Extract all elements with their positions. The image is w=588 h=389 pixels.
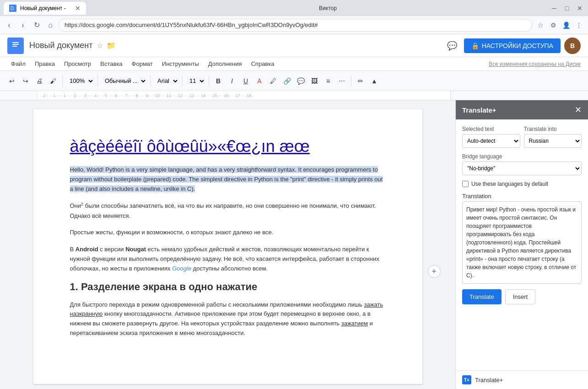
translation-text[interactable]: Привет мир! Python - очень простой язык … (462, 201, 582, 284)
menu-bar: Файл Правка Просмотр Вставка Формат Инст… (0, 57, 588, 71)
share-button[interactable]: 🔒 НАСТРОЙКИ ДОСТУПА (464, 38, 561, 53)
selected-text-label: Selected text (462, 126, 520, 132)
translate-into-col: Translate into Russian English French (524, 126, 582, 148)
font-select[interactable]: Arial (153, 75, 179, 87)
extensions-icon[interactable]: ⚙ (548, 20, 559, 31)
insert-button[interactable]: Insert (505, 289, 536, 304)
tab-favicon: D (9, 5, 16, 12)
reload-button[interactable]: ↻ (31, 20, 42, 31)
translate-into-select[interactable]: Russian English French (524, 134, 582, 148)
highlight-button[interactable]: 🖊 (267, 74, 280, 88)
footer-logo: T+ (462, 375, 471, 384)
panel-header: Translate+ ✕ (456, 100, 588, 119)
tab-close-button[interactable]: ✕ (75, 5, 81, 12)
more-button[interactable]: ⋯ (335, 74, 348, 88)
bridge-label: Bridge language (462, 153, 582, 160)
minimize-button[interactable]: ─ (550, 4, 559, 13)
selected-text-select[interactable]: Auto-detect English Russian (462, 134, 520, 148)
bridge-select[interactable]: "No-bridge" English (462, 162, 582, 175)
size-select[interactable]: 11 (185, 75, 206, 87)
close-button[interactable]: ✕ (575, 4, 584, 13)
separator-5 (209, 76, 209, 86)
separator-4 (182, 76, 183, 86)
paragraph-3: В Android с версии Nougat есть немало уд… (70, 245, 386, 273)
tab-title: Новый документ - (20, 5, 66, 11)
bookmark-icon[interactable]: ☆ (535, 20, 546, 31)
undo-button[interactable]: ↩ (5, 74, 18, 88)
browser-tab[interactable]: D Новый документ - ✕ (4, 2, 86, 15)
separator-6 (351, 76, 351, 86)
translate-button[interactable]: Translate (462, 289, 502, 304)
docs-title[interactable]: Новый документ (29, 41, 93, 50)
heading-1: 1. Разделение экрана в одно нажатие (70, 281, 386, 293)
footer-text: Translate+ (475, 377, 503, 384)
docs-header-right: 💬 🔒 НАСТРОЙКИ ДОСТУПА В (444, 38, 581, 54)
docs-logo (7, 38, 24, 54)
menu-insert[interactable]: Вставка (97, 59, 126, 69)
comments-button[interactable]: 💬 (444, 38, 460, 54)
paint-format-button[interactable]: 🖌 (47, 74, 59, 88)
nougat-text: Nougat (125, 246, 146, 253)
panel-footer: T+ Translate+ (456, 370, 588, 389)
forward-button[interactable]: › (17, 20, 28, 31)
menu-tools[interactable]: Инструменты (158, 59, 203, 69)
android-text: Android (76, 246, 98, 253)
style-select[interactable]: Обычный ... (101, 75, 147, 87)
zoom-select[interactable]: 100% (65, 75, 95, 87)
bridge-section: Bridge language "No-bridge" English (462, 153, 582, 175)
user-icon[interactable]: 👤 (561, 20, 572, 31)
print-button[interactable]: 🖨 (33, 74, 46, 88)
ruler: · 2 · · · 1 · · · 1 · · · 2 · · · 3 · · … (0, 91, 588, 100)
menu-view[interactable]: Просмотр (60, 59, 95, 69)
italic-button[interactable]: I (226, 74, 238, 88)
save-status: Все изменения сохранены на Диске (489, 61, 581, 67)
separator-2 (97, 76, 98, 86)
panel-close-button[interactable]: ✕ (575, 105, 582, 115)
default-languages-checkbox[interactable] (462, 181, 469, 187)
menu-help[interactable]: Справка (247, 59, 278, 69)
new-tab-button[interactable] (92, 4, 110, 13)
user-name: Виктор (319, 5, 340, 11)
add-comment-button[interactable]: + (428, 265, 441, 278)
paragraph3-mid: с версии (98, 246, 126, 253)
expand-button[interactable]: ▲ (368, 74, 381, 88)
browser-toolbar-icons: ☆ ⚙ 👤 ⋮ (535, 20, 584, 31)
align-button[interactable]: ≡ (322, 74, 334, 88)
translate-panel: Translate+ ✕ Selected text Auto-detect E… (455, 100, 588, 389)
star-icon[interactable]: ☆ (97, 41, 103, 50)
panel-action-buttons: Translate Insert (462, 289, 582, 304)
checkbox-label: Use these languages by default (471, 181, 548, 187)
menu-file[interactable]: Файл (7, 59, 29, 69)
superscript-2: 2 (81, 202, 83, 206)
menu-format[interactable]: Формат (128, 59, 156, 69)
document-area[interactable]: àâçèéêëîï ôôùœûü»«€œ¿ın æœ Hello, World!… (0, 100, 455, 389)
svg-text:D: D (11, 6, 14, 11)
home-button[interactable]: ⌂ (45, 20, 56, 31)
user-avatar[interactable]: В (564, 38, 581, 54)
insert-comment-button[interactable]: 💬 (294, 74, 307, 88)
address-input[interactable] (59, 19, 532, 32)
more-icon[interactable]: ⋮ (573, 20, 584, 31)
panel-title: Translate+ (462, 106, 496, 114)
translation-section: Translation Привет мир! Python - очень п… (462, 193, 582, 284)
highlighted-paragraph-wrapper[interactable]: Hello, World! Python is a very simple la… (70, 165, 386, 194)
maximize-button[interactable]: □ (562, 4, 572, 13)
menu-edit[interactable]: Правка (31, 59, 59, 69)
chrome-title-bar: D Новый документ - ✕ Виктор ─ □ ✕ (0, 0, 588, 16)
brush-button[interactable]: ✏ (354, 74, 367, 88)
paragraph3-final: доступны абсолютно всем. (191, 265, 268, 272)
bold-button[interactable]: B (212, 74, 225, 88)
translation-label: Translation (462, 193, 582, 200)
svg-rect-4 (12, 44, 19, 45)
redo-button[interactable]: ↪ (19, 74, 32, 88)
selected-text-col: Selected text Auto-detect English Russia… (462, 126, 520, 148)
text-color-button[interactable]: A (253, 74, 266, 88)
google-text: Google (172, 265, 191, 272)
special-chars-line: àâçèéêëîï ôôùœûü»«€œ¿ın æœ (70, 137, 386, 156)
folder-icon[interactable]: 📁 (107, 41, 116, 50)
insert-image-button[interactable]: 🖼 (308, 74, 321, 88)
link-button[interactable]: 🔗 (281, 74, 293, 88)
menu-addons[interactable]: Дополнения (205, 59, 246, 69)
back-button[interactable]: ‹ (4, 20, 15, 31)
underline-button[interactable]: U (239, 74, 252, 88)
